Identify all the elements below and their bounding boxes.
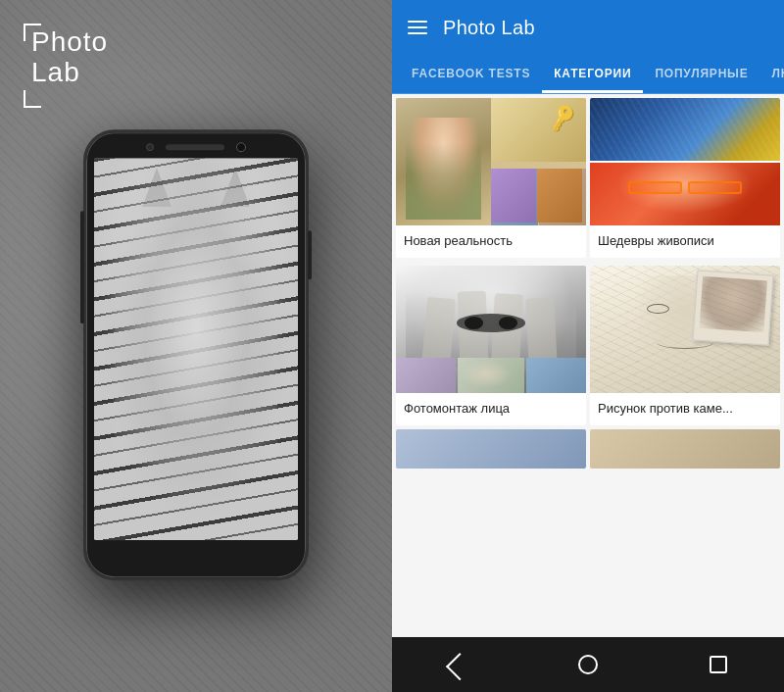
hamburger-line-1 bbox=[408, 21, 427, 23]
recents-icon bbox=[710, 656, 727, 673]
partial-row-spacer bbox=[392, 429, 784, 469]
category-thumb-masterpieces bbox=[590, 98, 780, 225]
tab-popular[interactable]: ПОПУЛЯРНЫЕ bbox=[643, 55, 760, 93]
category-label-face-montage: Фотомонтаж лица bbox=[396, 393, 586, 425]
phone-camera bbox=[146, 143, 154, 151]
category-label-masterpieces: Шедевры живописи bbox=[590, 225, 780, 258]
category-thumb-face-montage bbox=[396, 266, 586, 393]
category-card-masterpieces[interactable]: Шедевры живописи bbox=[590, 98, 780, 258]
right-panel: Photo Lab FACEBOOK TESTS КАТЕГОРИИ ПОПУЛ… bbox=[392, 0, 784, 692]
phone-body bbox=[83, 129, 309, 580]
hamburger-line-2 bbox=[408, 26, 427, 28]
hamburger-button[interactable] bbox=[408, 21, 427, 34]
left-app-title: Photo Lab bbox=[31, 27, 108, 88]
app-name-line2: Lab bbox=[31, 58, 108, 88]
phone-screen bbox=[94, 158, 298, 540]
category-card-sketch[interactable]: Рисунок против каме... bbox=[590, 266, 780, 425]
photo-strip bbox=[115, 272, 277, 464]
category-row-1: 🔑 bbox=[392, 94, 784, 258]
tab-bar: FACEBOOK TESTS КАТЕГОРИИ ПОПУЛЯРНЫЕ ЛЮ..… bbox=[392, 55, 784, 94]
tab-categories[interactable]: КАТЕГОРИИ bbox=[542, 55, 643, 93]
category-card-face-montage[interactable]: Фотомонтаж лица bbox=[396, 266, 586, 425]
phone-lens bbox=[236, 142, 246, 152]
phone-mockup bbox=[83, 129, 309, 580]
recents-button[interactable] bbox=[699, 645, 738, 684]
tab-more[interactable]: ЛЮ... bbox=[760, 55, 784, 93]
screen-content bbox=[94, 158, 298, 540]
app-bar-title: Photo Lab bbox=[443, 17, 535, 39]
home-icon bbox=[578, 655, 598, 674]
app-name-line1: Photo bbox=[31, 27, 108, 58]
category-row-2: Фотомонтаж лица bbox=[392, 262, 784, 425]
phone-top-bar bbox=[86, 132, 306, 158]
home-button[interactable] bbox=[568, 645, 608, 684]
back-icon bbox=[446, 653, 473, 680]
app-bar: Photo Lab bbox=[392, 0, 784, 55]
category-thumb-sketch bbox=[590, 266, 780, 393]
content-area: 🔑 bbox=[392, 94, 784, 692]
category-label-new-reality: Новая реальность bbox=[396, 225, 586, 258]
category-thumb-new-reality: 🔑 bbox=[396, 98, 586, 225]
back-button[interactable] bbox=[438, 645, 477, 684]
phone-speaker bbox=[166, 144, 224, 150]
hamburger-line-3 bbox=[408, 32, 427, 34]
category-label-sketch: Рисунок против каме... bbox=[590, 393, 780, 425]
tab-facebook[interactable]: FACEBOOK TESTS bbox=[400, 55, 542, 93]
category-card-new-reality[interactable]: 🔑 bbox=[396, 98, 586, 258]
bracket-bottom-left bbox=[24, 90, 41, 108]
bottom-navigation bbox=[392, 637, 784, 692]
left-panel: Photo Lab bbox=[0, 0, 392, 692]
